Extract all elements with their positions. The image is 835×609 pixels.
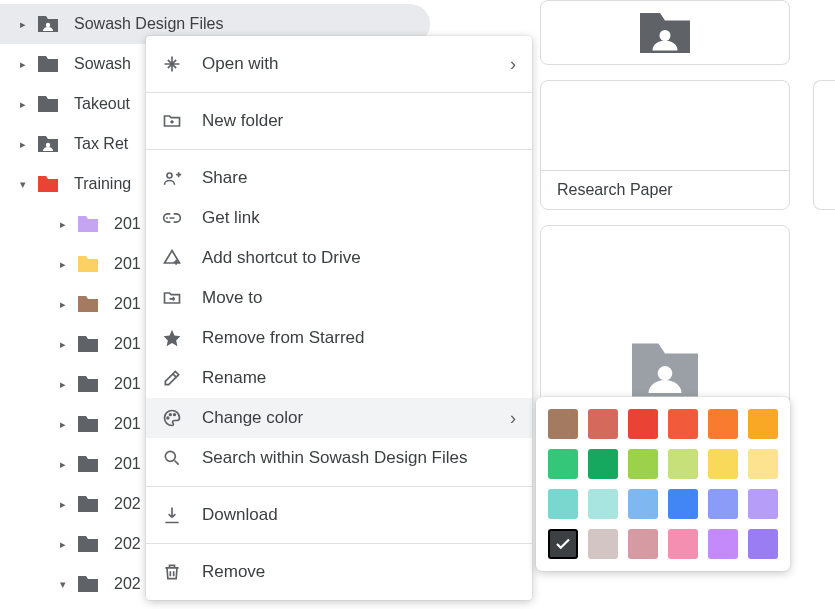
color-swatch[interactable] — [548, 489, 578, 519]
tree-item-label: 201 — [114, 375, 141, 393]
color-picker — [536, 397, 790, 571]
color-swatch[interactable] — [668, 529, 698, 559]
search-icon — [162, 448, 202, 468]
color-swatch[interactable] — [708, 489, 738, 519]
chevron-right-icon[interactable]: ▸ — [56, 498, 70, 511]
tree-item-label: 201 — [114, 215, 141, 233]
color-swatch[interactable] — [548, 529, 578, 559]
color-swatch[interactable] — [628, 409, 658, 439]
tree-item-label: 201 — [114, 455, 141, 473]
folder-icon — [76, 372, 100, 396]
tree-item-label: 201 — [114, 335, 141, 353]
menu-label: Share — [202, 168, 247, 188]
tree-item-label: 201 — [114, 255, 141, 273]
chevron-right-icon[interactable]: ▸ — [56, 378, 70, 391]
chevron-right-icon[interactable]: ▸ — [16, 98, 30, 111]
folder-icon — [36, 52, 60, 76]
color-swatch[interactable] — [748, 489, 778, 519]
shared-folder-icon — [36, 132, 60, 156]
move-icon — [162, 288, 202, 308]
menu-label: Change color — [202, 408, 303, 428]
download-icon — [162, 505, 202, 525]
menu-label: Open with — [202, 54, 279, 74]
svg-point-5 — [174, 414, 176, 416]
color-swatch[interactable] — [748, 529, 778, 559]
shortcut-icon — [162, 248, 202, 268]
color-swatch[interactable] — [588, 489, 618, 519]
color-swatch[interactable] — [588, 529, 618, 559]
check-icon — [554, 535, 572, 553]
folder-icon — [76, 532, 100, 556]
tree-item-label: Takeout — [74, 95, 130, 113]
open-with-icon — [162, 54, 202, 74]
menu-label: Remove — [202, 562, 265, 582]
chevron-right-icon[interactable]: ▸ — [16, 58, 30, 71]
tree-item-label: 202 — [114, 495, 141, 513]
tree-item-label: 201 — [114, 415, 141, 433]
color-swatch[interactable] — [748, 449, 778, 479]
shared-folder-icon — [633, 8, 697, 58]
color-swatch[interactable] — [628, 529, 658, 559]
tree-item-label: Training — [74, 175, 131, 193]
folder-icon — [36, 172, 60, 196]
color-swatch[interactable] — [668, 409, 698, 439]
svg-point-4 — [170, 414, 172, 416]
svg-point-1 — [46, 143, 50, 147]
folder-icon — [76, 572, 100, 596]
chevron-right-icon[interactable]: ▸ — [56, 218, 70, 231]
svg-point-6 — [165, 451, 175, 461]
svg-point-2 — [167, 173, 172, 178]
color-swatch[interactable] — [548, 409, 578, 439]
folder-icon — [36, 92, 60, 116]
tree-item-label: Sowash Design Files — [74, 15, 223, 33]
svg-point-7 — [660, 30, 671, 41]
rename-icon — [162, 368, 202, 388]
color-swatch[interactable] — [628, 449, 658, 479]
color-swatch[interactable] — [588, 449, 618, 479]
folder-icon — [76, 292, 100, 316]
tree-item-label: 202 — [114, 575, 141, 593]
color-swatch[interactable] — [628, 489, 658, 519]
link-icon — [162, 208, 202, 228]
svg-point-8 — [658, 366, 673, 381]
folder-icon — [76, 332, 100, 356]
folder-icon — [76, 452, 100, 476]
tree-item-label: Sowash — [74, 55, 131, 73]
chevron-right-icon[interactable]: ▸ — [56, 338, 70, 351]
color-swatch[interactable] — [588, 409, 618, 439]
chevron-down-icon[interactable]: ▾ — [16, 178, 30, 191]
share-icon — [162, 168, 202, 188]
file-card[interactable] — [540, 0, 790, 65]
chevron-down-icon[interactable]: ▾ — [56, 578, 70, 591]
star-icon — [162, 328, 202, 348]
color-swatch[interactable] — [708, 449, 738, 479]
menu-label: Rename — [202, 368, 266, 388]
card-label: Research Paper — [541, 170, 789, 209]
chevron-right-icon[interactable]: ▸ — [56, 258, 70, 271]
folder-icon — [76, 212, 100, 236]
trash-icon — [162, 562, 202, 582]
folder-icon — [76, 492, 100, 516]
file-card-research-paper[interactable]: Research Paper — [540, 80, 790, 210]
color-swatch[interactable] — [548, 449, 578, 479]
tree-item-label: 201 — [114, 295, 141, 313]
chevron-right-icon[interactable]: ▸ — [16, 18, 30, 31]
color-swatch[interactable] — [748, 409, 778, 439]
chevron-right-icon[interactable]: ▸ — [56, 458, 70, 471]
chevron-right-icon[interactable]: ▸ — [56, 538, 70, 551]
color-swatch[interactable] — [668, 489, 698, 519]
file-card-partial[interactable] — [813, 80, 835, 210]
shared-folder-icon — [623, 337, 707, 403]
chevron-right-icon[interactable]: ▸ — [56, 418, 70, 431]
shared-folder-icon — [36, 12, 60, 36]
svg-point-0 — [46, 23, 50, 27]
color-swatch[interactable] — [708, 409, 738, 439]
chevron-right-icon[interactable]: ▸ — [56, 298, 70, 311]
menu-label: New folder — [202, 111, 283, 131]
tree-item-label: 202 — [114, 535, 141, 553]
color-swatch[interactable] — [668, 449, 698, 479]
color-swatch[interactable] — [708, 529, 738, 559]
folder-icon — [76, 412, 100, 436]
menu-label: Add shortcut to Drive — [202, 248, 361, 268]
chevron-right-icon[interactable]: ▸ — [16, 138, 30, 151]
